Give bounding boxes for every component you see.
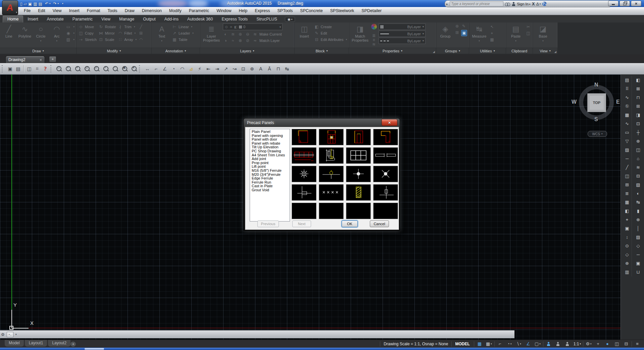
tab-addins[interactable]: Add-ins [160,16,183,22]
menu-item[interactable]: SPConcrete [296,7,326,15]
clean-screen-icon[interactable]: ⊟ [622,340,631,348]
layer-tool-icon[interactable]: ≋ [252,32,258,37]
layer-tool-icon[interactable]: ⊗ [238,38,243,43]
palette-icon[interactable]: ⊞ [634,102,643,111]
panel-label-modify[interactable]: Modify [77,48,151,54]
layer-tool-icon[interactable]: ◑ [223,38,228,43]
thumbnail-edge-ferrule[interactable] [292,184,316,201]
new-layout-button[interactable]: + [70,342,76,347]
application-menu-button[interactable]: A ▾ [2,0,18,15]
palette-icon[interactable]: ◨ [634,111,643,119]
dynamic-input-icon[interactable]: ∠ [524,340,533,348]
thumbnail-grout-void[interactable] [373,184,398,201]
ok-button[interactable]: OK [342,220,358,227]
isolate-objects-icon[interactable]: ◫ [612,340,622,348]
modify-tool-button[interactable]: ↻Rotate [98,23,116,30]
layer-tool-icon[interactable]: ≊ [230,32,236,37]
zoom-tool-icon[interactable]: × [73,65,82,73]
zoom-tool-icon[interactable]: − [111,65,119,73]
palette-icon[interactable]: ▨ [623,146,632,154]
zoom-tool-icon[interactable]: ▣ [120,65,129,73]
panel-label-clipboard[interactable]: Clipboard [506,48,533,54]
annotation-scale-icon[interactable] [563,340,572,348]
menu-item[interactable]: SPDetailer [358,7,385,15]
tab-autodesk360[interactable]: Autodesk 360 [183,16,217,22]
panel-label-draw[interactable]: Draw [0,48,76,54]
isoplane-icon[interactable]: ∖ [514,340,524,348]
infocenter-collapse-icon[interactable]: ▸ [446,2,448,6]
qat-icon[interactable]: ▱ [23,2,28,6]
snap-mode-icon[interactable]: ▩ [484,340,494,348]
next-button[interactable]: Next [292,220,311,227]
menu-item[interactable]: Modify [165,7,185,15]
match-properties-button[interactable]: ◨Match Properties [351,23,369,48]
workspace-gear-icon[interactable]: ⚙ [584,340,593,348]
menu-item[interactable]: File [20,7,34,15]
panel-label-layers[interactable]: Layers [200,48,294,54]
chevron-down-icon[interactable]: ▾ [15,333,17,336]
linetype-select[interactable]: ByLayer▾ [379,38,426,44]
palette-icon[interactable]: ↕ [623,233,632,242]
thumbnail-panel-with-opening[interactable] [319,129,344,145]
close-tab-icon[interactable] [40,57,42,63]
palette-icon[interactable]: ⊕ [623,259,632,268]
palette-icon[interactable]: ∿ [623,119,632,128]
polar-tracking-icon[interactable]: ◔ [505,340,514,348]
object-color-select[interactable]: ByLayer▾ [379,23,426,30]
palette-icon[interactable]: ◫ [634,146,643,154]
thumbnail-prop-point[interactable] [292,166,316,182]
layout-tab[interactable]: Layout1 [25,340,47,347]
layer-tool-icon[interactable]: ≈ [230,38,236,43]
dimension-tool-icon[interactable]: Ā [265,65,274,73]
dimension-tool-icon[interactable]: ↹ [283,65,291,73]
viewcube-north[interactable]: N [594,82,598,88]
grid-display-icon[interactable]: ▦ [475,340,484,348]
dimension-tool-icon[interactable]: ◠ [178,65,186,73]
palette-icon[interactable]: ▮ [634,207,643,215]
model-space-toggle[interactable]: MODEL [451,341,473,347]
thumbnail-m20-ferrule[interactable] [373,166,398,182]
close-button[interactable]: × [631,1,641,6]
palette-icon[interactable]: ▩ [623,111,632,119]
palette-icon[interactable]: ⊟ [634,172,643,181]
palette-icon[interactable]: ◧ [623,207,632,215]
list-item[interactable]: M16 (5/8") Ferrule [252,169,290,173]
polyline-button[interactable]: ∿Polyline [18,23,32,48]
thumbnail-add-joint[interactable] [373,147,398,164]
dimension-tool-icon[interactable]: ⊓ [274,65,282,73]
performance-icon[interactable]: ● [603,340,612,348]
panel-expander-icon[interactable]: ◢ [554,50,556,53]
palette-icon[interactable]: ▭ [623,128,632,137]
palette-icon[interactable]: ▦ [623,198,632,207]
utility-tool-icon[interactable]: ↖ [489,23,495,30]
lineweight-select[interactable]: ByLayer▾ [379,31,426,37]
panel-label-block[interactable]: Block [295,48,349,54]
thumbnail-plain-panel[interactable] [292,129,316,145]
layer-tool-icon[interactable]: ⊛ [238,32,243,37]
palette-icon[interactable]: ⠿ [623,85,632,93]
layer-state-icon[interactable]: ◧ [234,25,238,29]
layer-select[interactable]: ⊙☀◧ 0▾ [223,23,283,30]
menu-item[interactable]: Insert [65,7,83,15]
layer-tool-icon[interactable]: ◐ [223,32,228,37]
dimension-tool-icon[interactable]: A [257,65,265,73]
thumbnail-lift-point[interactable] [319,166,344,182]
qat-icon[interactable]: ▯ [19,2,23,6]
qat-icon[interactable]: ▥ [33,2,38,6]
undo-icon[interactable]: ↶ [44,1,51,6]
dimension-tool-icon[interactable]: ⊿ [187,65,195,73]
layer-state-icon[interactable]: ⊙ [225,25,228,29]
palette-icon[interactable]: ⊓ [634,93,643,102]
panel-expander-icon[interactable]: ◢ [433,50,435,53]
dimension-tool-icon[interactable]: ↝ [231,65,239,73]
toolbar-icon[interactable]: ⌗ [33,65,41,73]
search-icon[interactable] [505,2,510,6]
cancel-button[interactable]: Cancel [370,220,389,227]
list-item[interactable]: Add joint [252,157,290,161]
palette-icon[interactable]: ⊡ [634,119,643,128]
menu-item[interactable]: Edit [34,7,49,15]
ribbon-display-toggle[interactable]: ◉ [285,17,295,22]
thumbnail-m16-ferrule[interactable] [346,166,371,182]
autoscale-icon[interactable] [553,340,563,348]
toolbar-grip[interactable] [2,65,4,72]
